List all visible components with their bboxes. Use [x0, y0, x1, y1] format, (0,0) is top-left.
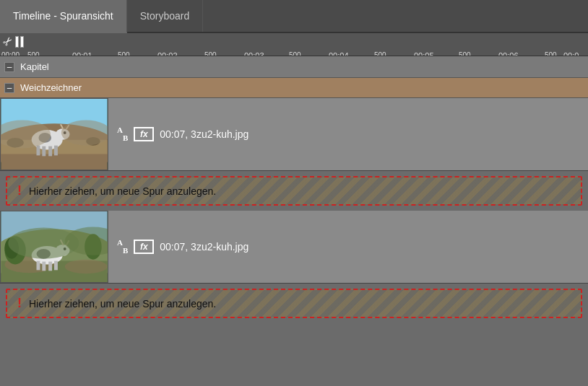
warning-icon-2: ! — [17, 296, 22, 311]
pause-icon[interactable] — [15, 36, 24, 48]
svg-rect-8 — [54, 146, 58, 156]
tab-storyboard-label: Storyboard — [140, 10, 189, 22]
ruler-mark-5: 00:05 — [414, 51, 434, 56]
svg-rect-26 — [42, 262, 46, 271]
svg-point-23 — [65, 260, 108, 274]
weich-minus-button[interactable]: – — [4, 83, 14, 93]
ruler-mark-sub3: 500 — [289, 51, 301, 56]
svg-rect-28 — [54, 261, 58, 271]
drop-zone-2[interactable]: ! Hierher ziehen, um neue Spur anzulegen… — [6, 289, 582, 318]
ruler-mark-sub2: 500 — [204, 51, 217, 56]
scissors-icon[interactable]: ✂ — [0, 33, 16, 50]
drop-zone-container-2: ! Hierher ziehen, um neue Spur anzulegen… — [0, 284, 588, 323]
clip-2-info: AB fx 00:07, 3zu2-kuh.jpg — [108, 211, 257, 283]
svg-rect-5 — [37, 146, 40, 156]
pause-bar-right — [20, 36, 24, 48]
ruler-mark-sub4: 500 — [374, 51, 386, 56]
warning-icon-1: ! — [17, 183, 22, 198]
weich-track-name: Weichzeichner — [20, 82, 82, 93]
ruler-mark-2: 00:02 — [157, 51, 178, 56]
clip-fx-icon-2: fx — [134, 240, 154, 254]
clip-2-text: 00:07, 3zu2-kuh.jpg — [160, 241, 248, 253]
drop-zone-container-1: ! Hierher ziehen, um neue Spur anzulegen… — [0, 171, 588, 211]
ruler-mark-sub1: 500 — [118, 51, 130, 56]
drop-zone-1[interactable]: ! Hierher ziehen, um neue Spur anzulegen… — [6, 176, 582, 206]
tab-storyboard[interactable]: Storyboard — [127, 0, 203, 32]
pause-bar-left — [15, 36, 19, 48]
video-track-2: AB fx 00:07, 3zu2-kuh.jpg — [0, 211, 588, 284]
svg-rect-25 — [37, 261, 40, 271]
svg-rect-6 — [42, 146, 46, 157]
clip-1-info: AB fx 00:07, 3zu2-kuh.jpg — [108, 98, 257, 170]
clip-ab-icon-1: AB — [117, 126, 128, 142]
svg-rect-27 — [48, 262, 52, 271]
ruler-mark-0: 00:00 — [1, 51, 20, 56]
tab-bar: Timeline - Spuransicht Storyboard — [0, 0, 588, 33]
ruler-mark-6: 00:06 — [498, 51, 519, 56]
ruler-mark-sub6: 500 — [545, 51, 557, 56]
ruler-tools: ✂ — [0, 35, 27, 48]
thumbnail-1-svg — [1, 99, 108, 170]
kapitel-track-name: Kapitel — [20, 61, 49, 72]
track-kapitel: – Kapitel — [0, 56, 588, 78]
drop-zone-2-text: Hierher ziehen, um neue Spur anzulegen. — [29, 298, 216, 310]
thumbnail-2 — [0, 211, 108, 283]
clip-ab-icon-2: AB — [117, 239, 128, 255]
tab-timeline[interactable]: Timeline - Spuransicht — [0, 0, 127, 33]
ruler-mark-sub5: 500 — [459, 51, 471, 56]
kapitel-label-area: – Kapitel — [0, 61, 588, 72]
track-weichzeichner: – Weichzeichner — [0, 78, 588, 98]
thumbnail-2-svg — [1, 211, 108, 282]
weich-label-area: – Weichzeichner — [0, 82, 588, 93]
svg-rect-7 — [48, 146, 52, 157]
timeline-ruler: ✂ 00:00 500 00:01 500 00:02 500 00:03 50… — [0, 33, 588, 56]
thumbnail-1 — [0, 98, 108, 170]
timeline-main: ✂ 00:00 500 00:01 500 00:02 500 00:03 50… — [0, 33, 588, 386]
ruler-mark-3: 00:03 — [244, 51, 264, 56]
clip-fx-icon-1: fx — [134, 127, 154, 141]
ruler-mark-7: 00:0 — [563, 51, 579, 56]
ruler-mark-sub0: 500 — [27, 51, 40, 56]
video-track-1: AB fx 00:07, 3zu2-kuh.jpg — [0, 98, 588, 171]
ruler-mark-4: 00:04 — [329, 51, 349, 56]
kapitel-minus-button[interactable]: – — [4, 62, 14, 72]
clip-1-text: 00:07, 3zu2-kuh.jpg — [160, 128, 248, 140]
ruler-mark-1: 00:01 — [72, 51, 92, 56]
tab-timeline-label: Timeline - Spuransicht — [13, 10, 113, 22]
drop-zone-1-text: Hierher ziehen, um neue Spur anzulegen. — [29, 185, 216, 197]
ruler-content: ✂ 00:00 500 00:01 500 00:02 500 00:03 50… — [0, 33, 588, 53]
